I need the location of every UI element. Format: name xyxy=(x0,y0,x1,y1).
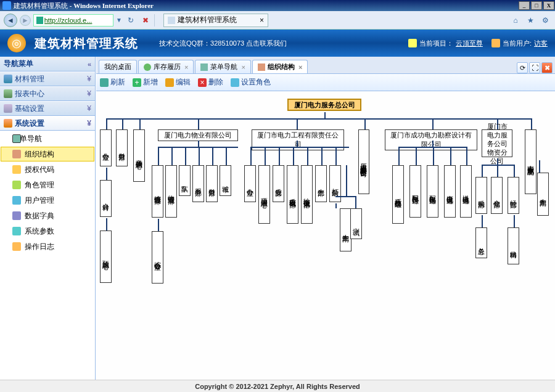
org-node[interactable]: 输变电技术部 xyxy=(301,165,313,224)
nav-back-button[interactable]: ◄ xyxy=(4,14,17,27)
org-node[interactable]: 会计科 xyxy=(100,180,112,217)
browser-tab-close[interactable]: × xyxy=(260,16,264,25)
edit-button[interactable]: 编辑 xyxy=(165,77,191,88)
base-icon xyxy=(4,104,12,113)
window-close-button[interactable]: X xyxy=(543,1,554,10)
nav-forward-button[interactable]: ► xyxy=(20,15,31,26)
org-node[interactable]: 配网设计组 xyxy=(409,165,421,218)
menu-auth-item[interactable]: 授权代码 xyxy=(1,162,94,177)
sidebar-section-system[interactable]: 系统设置 ¥ xyxy=(0,116,95,131)
org-node[interactable]: 测试 xyxy=(350,208,362,239)
browser-tab[interactable]: 建筑材料管理系统 × xyxy=(163,14,268,27)
menu-org-item[interactable]: 组织结构 xyxy=(1,147,94,161)
org-chart-canvas[interactable]: 厦门电力服务总公司 办公室 财务部 市场营销中心 厦门电力物业有限公司 厦门市电… xyxy=(96,91,555,380)
window-title: 建筑材料管理系统 - Windows Internet Explorer xyxy=(14,1,154,10)
tab-close-icon[interactable]: × xyxy=(241,63,245,71)
menu-param-item[interactable]: 系统参数 xyxy=(1,224,94,239)
org-node[interactable]: 市场营销中心 xyxy=(133,129,145,182)
org-node[interactable]: 办公室 xyxy=(244,165,256,202)
current-user: 当前用户: 访客 xyxy=(491,39,548,48)
sidebar-section-base[interactable]: 基础设置 ¥ xyxy=(0,101,95,116)
settings-icon xyxy=(4,119,12,128)
tab-close-icon[interactable]: × xyxy=(184,63,188,71)
stop-icon[interactable]: ✖ xyxy=(139,14,152,27)
tab-close-icon[interactable]: × xyxy=(298,63,302,71)
org-node[interactable]: 仓储部 xyxy=(491,177,503,214)
url-input[interactable] xyxy=(44,17,110,24)
sidebar-section-reports[interactable]: 报表中心 ¥ xyxy=(0,86,95,101)
org-node[interactable]: 南安市水泥制品厂 xyxy=(525,129,536,194)
tab-expand-button[interactable]: ⛶ xyxy=(529,62,540,73)
org-node[interactable]: 物业管理部 xyxy=(165,165,177,218)
org-node[interactable]: 质安电项目部 xyxy=(287,165,298,224)
tab-desktop[interactable]: 我的桌面 xyxy=(99,60,137,73)
window-maximize-button[interactable]: □ xyxy=(531,1,542,10)
flag-icon xyxy=(408,39,417,47)
home-icon[interactable]: ⌂ xyxy=(509,14,522,27)
org-node[interactable]: 办公室 xyxy=(100,129,112,166)
org-node[interactable]: 服务部 xyxy=(192,165,204,202)
sidebar: 导航菜单 « 材料管理 ¥ 报表中心 ¥ 基础设置 ¥ 系统设置 ¥ 菜单导航 … xyxy=(0,57,96,380)
org-node[interactable]: 质安部 xyxy=(273,165,284,202)
org-node[interactable]: 综合管理部 xyxy=(152,165,163,218)
org-node[interactable]: 生产车间 xyxy=(537,173,549,216)
org-node[interactable]: 项目管理中心 xyxy=(258,165,270,224)
org-node[interactable]: 城市 xyxy=(220,165,231,196)
users-icon xyxy=(12,196,21,205)
add-button[interactable]: +新增 xyxy=(133,77,158,88)
org-node[interactable]: 财务部 xyxy=(116,129,128,166)
org-node[interactable]: 出纳科 xyxy=(508,227,519,264)
tab-closeall-button[interactable]: ✖ xyxy=(541,62,553,73)
url-dropdown-icon[interactable]: ▼ xyxy=(116,17,122,23)
app-header: ◎ 建筑材料管理系统 技术交流QQ群：328510073 点击联系我们 当前项目… xyxy=(0,30,555,57)
org-node[interactable]: 总务 xyxy=(475,227,487,258)
refresh-button[interactable]: 刷新 xyxy=(100,77,125,88)
org-node[interactable]: 生产部 xyxy=(315,165,327,202)
window-minimize-button[interactable]: _ xyxy=(519,1,530,10)
chevron-down-icon: ¥ xyxy=(87,119,91,128)
browser-toolbar: ◄ ► ▼ ↻ ✖ 建筑材料管理系统 × ⌂ ★ ⚙ xyxy=(0,11,555,30)
user-icon xyxy=(491,39,500,47)
org-node[interactable]: 财务部 xyxy=(206,165,218,202)
org-node[interactable]: 配电设计组 xyxy=(427,165,438,218)
tools-icon[interactable]: ⚙ xyxy=(539,14,551,27)
contact-info[interactable]: 技术交流QQ群：328510073 点击联系我们 xyxy=(159,39,287,48)
tab-menunav[interactable]: 菜单导航× xyxy=(195,60,250,73)
chevron-down-icon: ¥ xyxy=(87,75,91,83)
site-icon xyxy=(36,17,43,24)
tab-refresh-button[interactable]: ⟳ xyxy=(517,62,528,73)
org-node[interactable]: 厦门市电力器材有限责任公司 xyxy=(358,129,369,194)
org-node[interactable]: 厦门市电力服务公司物资分公司 xyxy=(482,129,512,157)
tab-org[interactable]: 组织结构× xyxy=(252,60,308,73)
favorites-icon[interactable]: ★ xyxy=(524,14,536,27)
org-node[interactable]: 系统与技经组 xyxy=(392,165,404,224)
sidebar-section-materials[interactable]: 材料管理 ¥ xyxy=(0,71,95,86)
ie-icon xyxy=(2,1,11,10)
reports-icon xyxy=(4,89,12,98)
org-node[interactable]: 综合办公室 xyxy=(152,231,163,284)
menu-user-item[interactable]: 用户管理 xyxy=(1,193,94,208)
org-node[interactable]: 预结算中心 xyxy=(100,231,112,283)
menu-dict-item[interactable]: 数据字典 xyxy=(1,208,94,223)
org-root-node[interactable]: 厦门电力服务总公司 xyxy=(287,99,361,111)
role-icon xyxy=(12,181,21,189)
org-node[interactable]: 车队 xyxy=(179,165,191,196)
dict-icon xyxy=(12,211,21,220)
pencil-icon xyxy=(165,78,174,87)
setrole-button[interactable]: 设置角色 xyxy=(231,77,271,88)
refresh-icon[interactable]: ↻ xyxy=(125,14,137,27)
menu-log-item[interactable]: 操作日志 xyxy=(1,239,94,254)
delete-button[interactable]: ×删除 xyxy=(198,77,223,88)
sidebar-collapse-button[interactable]: « xyxy=(88,60,91,68)
menu-role-item[interactable]: 角色管理 xyxy=(1,178,94,192)
tab-inventory[interactable]: 库存履历× xyxy=(138,60,194,73)
materials-icon xyxy=(4,75,12,83)
menu-nav-item[interactable]: 菜单导航 xyxy=(1,131,94,146)
address-bar[interactable] xyxy=(33,14,113,27)
key-icon xyxy=(12,165,21,174)
org-node[interactable]: 厦门电力物业有限公司 xyxy=(158,129,238,141)
org-node[interactable]: 采购部 xyxy=(475,177,487,214)
org-node[interactable]: 变电设计组 xyxy=(444,165,456,218)
org-node[interactable]: 送电设计组 xyxy=(460,165,472,218)
org-node[interactable]: 经营部 xyxy=(508,177,519,214)
